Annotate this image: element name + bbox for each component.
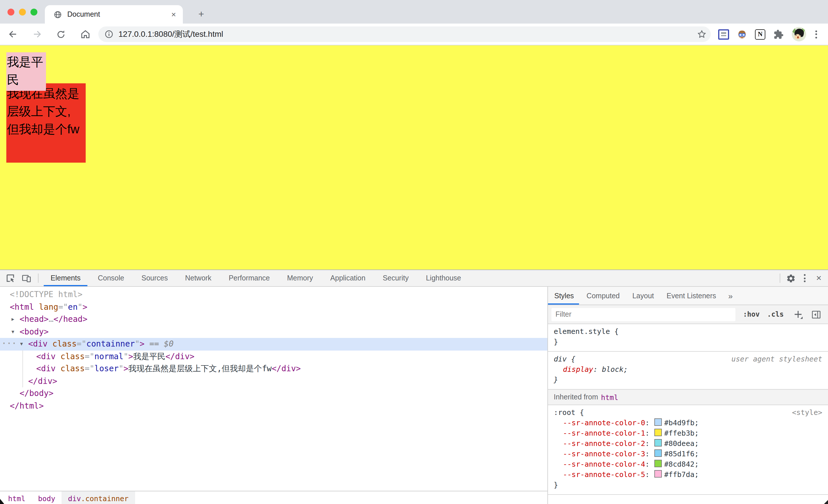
tab-performance[interactable]: Performance (220, 270, 278, 286)
toolbar-divider (38, 274, 39, 283)
rule-origin-label: user agent stylesheet (732, 354, 822, 364)
tab-close-icon[interactable]: × (171, 10, 176, 18)
color-swatch[interactable] (654, 449, 662, 457)
tab-application[interactable]: Application (322, 270, 374, 286)
color-swatch[interactable] (654, 460, 662, 467)
loser-text-line: 但我却是个fw (7, 120, 86, 138)
color-swatch[interactable] (654, 429, 662, 436)
inherited-node-link[interactable]: html (601, 393, 618, 401)
css-property-row[interactable]: --sr-annote-color-2: #80deea; (554, 439, 822, 449)
color-swatch[interactable] (654, 418, 662, 426)
dom-line-doctype[interactable]: <!DOCTYPE html> (0, 288, 547, 301)
devtools-close-icon[interactable]: × (813, 272, 825, 284)
styles-sidebar-tabs: Styles Computed Layout Event Listeners » (548, 287, 828, 305)
element-style-rule[interactable]: element.style { } (548, 324, 828, 352)
zoom-window-button[interactable] (31, 9, 37, 15)
more-actions-dots-icon[interactable]: ··· (2, 338, 17, 349)
twistie-expanded-icon[interactable]: ▼ (11, 326, 14, 338)
color-swatch[interactable] (654, 439, 662, 447)
device-toolbar-icon[interactable] (21, 272, 32, 284)
tab-sources[interactable]: Sources (133, 270, 176, 286)
browser-tab[interactable]: Document × (45, 5, 183, 24)
tab-layout[interactable]: Layout (626, 287, 660, 305)
twistie-collapsed-icon[interactable]: ▶ (11, 313, 14, 326)
tab-elements[interactable]: Elements (42, 270, 89, 286)
profile-avatar[interactable] (792, 27, 806, 41)
breadcrumb-body[interactable]: body (32, 491, 61, 504)
dom-line-body-close[interactable]: </body> (0, 387, 547, 400)
tab-styles[interactable]: Styles (548, 287, 580, 305)
root-style-rule[interactable]: <style> :root { --sr-annote-color-0: #b4… (548, 405, 828, 495)
dom-line-loser-div[interactable]: <div class="loser">我现在虽然是层级上下文,但我却是个fw</… (0, 363, 547, 375)
twistie-expanded-icon[interactable]: ▼ (20, 338, 23, 350)
settings-gear-icon[interactable] (785, 272, 796, 284)
element-classes-toggle[interactable]: .cls (767, 310, 784, 318)
tab-security[interactable]: Security (374, 270, 417, 286)
styles-filter-bar: :hov .cls (548, 305, 828, 324)
devtools: Elements Console Sources Network Perform… (0, 270, 828, 504)
tab-network[interactable]: Network (176, 270, 220, 286)
reload-icon[interactable] (54, 27, 68, 41)
normal-box: 我是平 民 (6, 52, 46, 91)
home-icon[interactable] (78, 27, 92, 41)
normal-text-line: 我是平 (7, 53, 46, 71)
url-text[interactable]: 127.0.0.1:8080/测试/test.html (118, 29, 697, 39)
css-property-row[interactable]: --sr-annote-color-0: #b4d9fb; (554, 418, 822, 428)
breadcrumb-div-containner[interactable]: div.containner (61, 491, 135, 504)
indent-guide-line (23, 350, 23, 387)
styles-filter-input[interactable] (551, 308, 736, 321)
address-bar[interactable]: 127.0.0.1:8080/测试/test.html (98, 27, 711, 42)
new-tab-button[interactable]: + (194, 7, 208, 21)
tab-lighthouse[interactable]: Lighthouse (417, 270, 469, 286)
glasses-face-extension-icon[interactable] (734, 27, 749, 42)
devtools-tabs: Elements Console Sources Network Perform… (42, 270, 470, 286)
back-icon[interactable] (6, 27, 19, 41)
browser-window: Document × + 127.0.0.1:8080/测试/test.html (0, 0, 828, 504)
browser-toolbar: 127.0.0.1:8080/测试/test.html N (0, 24, 828, 45)
dom-line-normal-div[interactable]: <div class="normal">我是平民</div> (0, 350, 547, 363)
dom-line-body-open[interactable]: ▼<body> (0, 326, 547, 338)
tab-computed[interactable]: Computed (580, 287, 626, 305)
devtools-tabbar: Elements Console Sources Network Perform… (0, 270, 828, 287)
new-style-rule-plus-icon[interactable] (793, 309, 803, 320)
dom-line-html-close[interactable]: </html> (0, 400, 547, 412)
minimize-window-button[interactable] (19, 9, 26, 15)
devtools-menu-kebab-icon[interactable] (800, 271, 809, 285)
dom-line-container-close[interactable]: </div> (0, 375, 547, 387)
page-info-icon[interactable] (104, 29, 114, 39)
loser-box: 我现在虽然是 层级上下文, 但我却是个fw (6, 83, 86, 163)
page-viewport: 我现在虽然是 层级上下文, 但我却是个fw 我是平 民 (0, 45, 828, 270)
tab-event-listeners[interactable]: Event Listeners (660, 287, 722, 305)
resize-grip[interactable] (823, 500, 828, 504)
inspect-element-icon[interactable] (5, 272, 16, 284)
css-property-row[interactable]: --sr-annote-color-5: #ffb7da; (554, 469, 822, 480)
styles-sidebar: Styles Computed Layout Event Listeners »… (548, 287, 828, 504)
tab-memory[interactable]: Memory (279, 270, 322, 286)
more-tabs-chevron-icon[interactable]: » (728, 291, 733, 300)
notion-extension-icon[interactable]: N (753, 27, 768, 42)
toolbar-divider (780, 274, 780, 283)
dom-line-container-selected[interactable]: ···▼<div class="containner"> == $0 (0, 338, 547, 350)
forward-icon[interactable] (30, 27, 44, 41)
user-agent-div-rule[interactable]: user agent stylesheet div { display: blo… (548, 352, 828, 390)
dock-sidebar-icon[interactable] (811, 310, 822, 319)
tab-console[interactable]: Console (89, 270, 133, 286)
breadcrumb: html body div.containner (0, 491, 547, 504)
color-swatch[interactable] (654, 470, 662, 477)
inherited-from-section-header: Inherited from html (548, 390, 828, 405)
bookmark-star-icon[interactable] (697, 29, 707, 39)
css-property-row[interactable]: --sr-annote-color-4: #8cd842; (554, 459, 822, 469)
close-window-button[interactable] (7, 9, 14, 15)
elements-panel: <!DOCTYPE html> <html lang="en"> ▶<head>… (0, 287, 548, 504)
browser-menu-kebab-icon[interactable] (811, 27, 821, 41)
list-extension-icon[interactable] (716, 27, 731, 42)
css-property-row[interactable]: --sr-annote-color-3: #85d1f6; (554, 449, 822, 459)
css-property-row[interactable]: --sr-annote-color-1: #ffeb3b; (554, 428, 822, 439)
devtools-main: <!DOCTYPE html> <html lang="en"> ▶<head>… (0, 287, 828, 504)
rule-origin-label[interactable]: <style> (792, 407, 822, 418)
dom-line-head[interactable]: ▶<head>…</head> (0, 313, 547, 326)
extensions-puzzle-icon[interactable] (771, 27, 786, 42)
pseudo-state-toggle[interactable]: :hov (743, 310, 759, 318)
breadcrumb-html[interactable]: html (2, 491, 32, 504)
dom-line-html-open[interactable]: <html lang="en"> (0, 301, 547, 313)
